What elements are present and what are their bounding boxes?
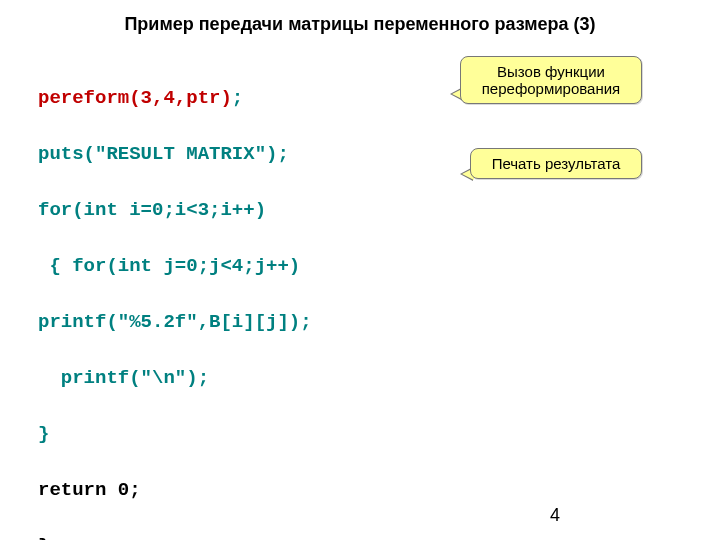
page-number: 4 — [550, 505, 560, 526]
slide-title: Пример передачи матрицы переменного разм… — [0, 14, 720, 35]
code-line-6: printf("\n"); — [38, 364, 312, 392]
code-line-4: { for(int j=0;j<4;j++) — [38, 252, 312, 280]
code-block: pereform(3,4,ptr); puts("RESULT MATRIX")… — [38, 56, 312, 540]
code-line-8: return 0; — [38, 476, 312, 504]
code-semi: ; — [232, 87, 243, 109]
code-call: pereform(3,4,ptr) — [38, 87, 232, 109]
code-line-3: for(int i=0;i<3;i++) — [38, 196, 312, 224]
code-line-2: puts("RESULT MATRIX"); — [38, 140, 312, 168]
code-line-7: } — [38, 420, 312, 448]
callout-reform: Вызов функции переформирования — [460, 56, 642, 104]
code-line-1: pereform(3,4,ptr); — [38, 84, 312, 112]
code-line-9: } — [38, 532, 312, 540]
callout-print: Печать результата — [470, 148, 642, 179]
code-line-5: printf("%5.2f",B[i][j]); — [38, 308, 312, 336]
